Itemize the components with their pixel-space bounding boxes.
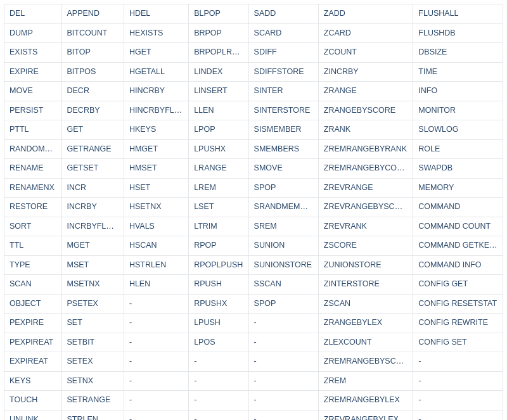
table-row: RANDOMKEYGETRANGEHMGETLPUSHXSMEMBERSZREM… [4, 139, 503, 159]
command-cell: LRANGE [189, 159, 248, 179]
command-cell: CONFIG GET [413, 275, 503, 295]
command-cell: BRPOP [189, 23, 248, 43]
command-cell: SPOP [248, 178, 318, 198]
command-cell: SORT [4, 217, 62, 236]
command-cell: LPUSH [189, 314, 248, 333]
command-cell: MONITOR [413, 101, 503, 120]
command-cell: - [413, 371, 503, 391]
command-cell: SISMEMBER [248, 120, 318, 140]
command-cell: SETBIT [61, 333, 124, 352]
command-cell: ZINCRBY [318, 62, 413, 82]
command-cell: GETSET [61, 159, 124, 179]
command-cell: ZINTERSTORE [318, 275, 413, 295]
command-cell: - [124, 352, 188, 372]
table-row: DUMPBITCOUNTHEXISTSBRPOPSCARDZCARDFLUSHD… [4, 23, 503, 43]
command-cell: ZREMRANGEBYSCORE [318, 352, 413, 372]
command-cell: PERSIST [4, 101, 62, 120]
command-cell: ZREVRANK [318, 217, 413, 236]
command-cell: SMEMBERS [248, 139, 318, 159]
command-cell: LLEN [189, 101, 248, 120]
command-cell: HSETNX [124, 198, 188, 217]
command-cell: HSTRLEN [124, 255, 188, 275]
command-cell: - [413, 352, 503, 372]
command-cell: SUNION [248, 236, 318, 256]
command-cell: - [248, 333, 318, 352]
command-cell: INFO [413, 82, 503, 101]
command-cell: HINCRBY [124, 82, 188, 101]
command-cell: - [248, 314, 318, 333]
command-cell: HGET [124, 43, 188, 63]
table-row: EXISTSBITOPHGETBRPOPLRUSHSDIFFZCOUNTDBSI… [4, 43, 503, 63]
command-cell: COMMAND GETKEYS [413, 236, 503, 256]
command-cell: FLUSHALL [413, 4, 503, 24]
command-cell: ZLEXCOUNT [318, 333, 413, 352]
command-cell: - [124, 333, 188, 352]
command-cell: DUMP [4, 23, 62, 43]
command-cell: HKEYS [124, 120, 188, 140]
command-cell: SMOVE [248, 159, 318, 179]
table-row: PEXPIREATSETBIT-LPOS-ZLEXCOUNTCONFIG SET [4, 333, 503, 352]
command-cell: CONFIG RESETSTAT [413, 294, 503, 314]
command-cell: SDIFFSTORE [248, 62, 318, 82]
table-row: RESTOREINCRBYHSETNXLSETSRANDMEMBERZREVRA… [4, 198, 503, 217]
command-cell: - [413, 410, 503, 420]
command-cell: SETRANGE [61, 391, 124, 410]
command-cell: RPUSH [189, 275, 248, 295]
command-cell: FLUSHDB [413, 23, 503, 43]
command-cell: GETRANGE [61, 139, 124, 159]
command-cell: CONFIG SET [413, 333, 503, 352]
command-cell: LTRIM [189, 217, 248, 236]
command-cell: ZSCORE [318, 236, 413, 256]
command-cell: HMSET [124, 159, 188, 179]
command-cell: - [189, 391, 248, 410]
command-cell: BLPOP [189, 4, 248, 24]
command-cell: OBJECT [4, 294, 62, 314]
table-row: DELAPPENDHDELBLPOPSADDZADDFLUSHALL [4, 4, 503, 24]
command-cell: EXPIREAT [4, 352, 62, 372]
command-cell: LPOP [189, 120, 248, 140]
command-cell: PTTL [4, 120, 62, 140]
command-cell: SETNX [61, 371, 124, 391]
command-cell: - [124, 371, 188, 391]
command-cell: ZRANGE [318, 82, 413, 101]
table-row: KEYSSETNX---ZREM- [4, 371, 503, 391]
command-cell: HSET [124, 178, 188, 198]
command-cell: DECRBY [61, 101, 124, 120]
command-cell: LPOS [189, 333, 248, 352]
command-cell: MSET [61, 255, 124, 275]
command-cell: - [189, 410, 248, 420]
command-cell: ZRANK [318, 120, 413, 140]
command-cell: ZREMRANGEBYCORE [318, 159, 413, 179]
command-cell: PEXPIREAT [4, 333, 62, 352]
command-cell: RPOP [189, 236, 248, 256]
command-cell: ZREVRANGEBYSCORE [318, 198, 413, 217]
command-cell: ZREMRANGEBYRANK [318, 139, 413, 159]
command-cell: TYPE [4, 255, 62, 275]
command-cell: - [124, 314, 188, 333]
command-cell: ZUNIONSTORE [318, 255, 413, 275]
command-cell: MOVE [4, 82, 62, 101]
command-cell: ZCOUNT [318, 43, 413, 63]
command-cell: INCR [61, 178, 124, 198]
command-cell: PSETEX [61, 294, 124, 314]
table-row: TYPEMSETHSTRLENRPOPLPUSHSUNIONSTOREZUNIO… [4, 255, 503, 275]
command-cell: SREM [248, 217, 318, 236]
command-cell: - [248, 391, 318, 410]
command-cell: RENAMENX [4, 178, 62, 198]
command-cell: SRANDMEMBER [248, 198, 318, 217]
command-cell: SDIFF [248, 43, 318, 63]
command-cell: ZRANGEBYLEX [318, 314, 413, 333]
command-cell: DBSIZE [413, 43, 503, 63]
command-cell: MEMORY [413, 178, 503, 198]
command-cell: COMMAND INFO [413, 255, 503, 275]
command-cell: TIME [413, 62, 503, 82]
command-cell: INCRBYFLOAT [61, 217, 124, 236]
command-cell: SCAN [4, 275, 62, 295]
table-row: TTLMGETHSCANRPOPSUNIONZSCORECOMMAND GETK… [4, 236, 503, 256]
command-cell: - [189, 371, 248, 391]
command-cell: ZREM [318, 371, 413, 391]
command-cell: LPUSHX [189, 139, 248, 159]
command-cell: HDEL [124, 4, 188, 24]
command-cell: - [124, 410, 188, 420]
command-cell: SADD [248, 4, 318, 24]
